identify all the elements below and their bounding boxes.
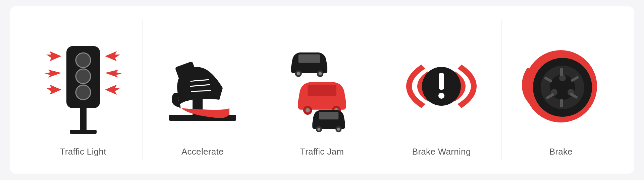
- label-traffic-light: Traffic Light: [60, 147, 106, 157]
- label-brake-warning: Brake Warning: [412, 147, 471, 157]
- card-traffic-jam: Traffic Jam: [262, 13, 381, 167]
- card-accelerate: Accelerate: [143, 13, 262, 167]
- icon-traffic-light: [36, 33, 130, 140]
- svg-rect-44: [560, 68, 563, 76]
- svg-rect-8: [70, 130, 97, 134]
- svg-point-25: [306, 108, 310, 112]
- label-brake: Brake: [549, 147, 573, 157]
- icon-traffic-jam: [275, 33, 369, 140]
- card-traffic-light: Traffic Light: [23, 13, 143, 167]
- icon-accelerate: [156, 33, 250, 140]
- icon-brake: [514, 33, 608, 140]
- svg-point-19: [297, 72, 300, 75]
- svg-point-31: [317, 128, 320, 131]
- svg-point-33: [337, 128, 340, 131]
- svg-rect-47: [560, 99, 563, 107]
- label-traffic-jam: Traffic Jam: [300, 147, 344, 157]
- icon-grid: Traffic Light: [10, 6, 634, 174]
- svg-line-14: [191, 91, 211, 91]
- card-brake: Brake: [501, 13, 621, 167]
- icon-brake-warning: [394, 33, 488, 140]
- svg-rect-35: [439, 73, 444, 90]
- svg-point-36: [438, 93, 444, 99]
- label-accelerate: Accelerate: [181, 147, 224, 157]
- svg-rect-7: [80, 108, 87, 131]
- svg-rect-17: [299, 55, 320, 63]
- svg-point-21: [318, 72, 322, 75]
- svg-rect-23: [308, 85, 336, 96]
- card-brake-warning: Brake Warning: [382, 13, 501, 167]
- svg-rect-29: [319, 112, 339, 119]
